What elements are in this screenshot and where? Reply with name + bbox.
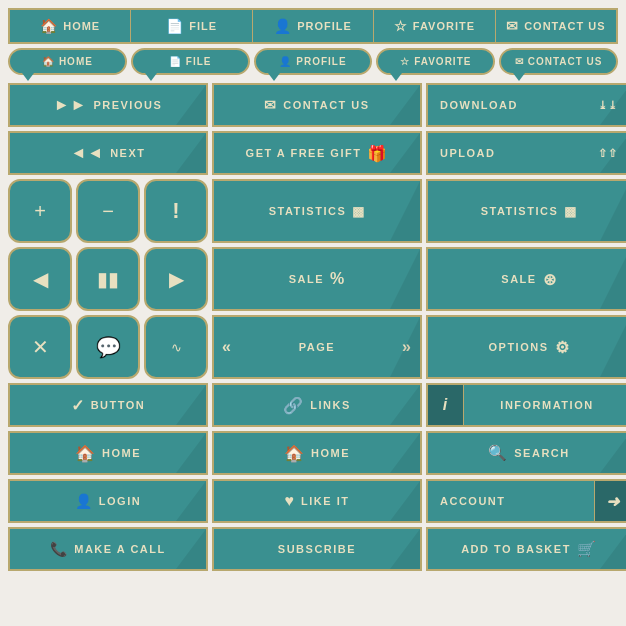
double-arrow-left-icon: ◄◄ bbox=[70, 144, 104, 162]
nav-favorite-label: FAVORITE bbox=[413, 20, 475, 32]
add-button[interactable]: + bbox=[8, 179, 72, 243]
upload-label: UPLOAD bbox=[440, 147, 495, 159]
upload-button[interactable]: UPLOAD ⇧⇧ bbox=[426, 131, 626, 175]
search-label: SEARCH bbox=[514, 447, 569, 459]
remove-button[interactable]: − bbox=[76, 179, 140, 243]
nav-profile-label: PROFILE bbox=[297, 20, 352, 32]
user-icon: 👤 bbox=[75, 493, 93, 509]
button-grid: ►► PREVIOUS ✉ CONTACT US DOWNLOAD ⤓⤓ ◄◄ … bbox=[8, 83, 618, 571]
make-call-label: MAKE A CALL bbox=[74, 543, 165, 555]
close-icon: ✕ bbox=[32, 335, 49, 359]
nav-favorite[interactable]: ☆ FAVORITE bbox=[374, 10, 495, 42]
chart-icon: ▩ bbox=[352, 204, 365, 219]
bubble-favorite[interactable]: ☆ FAVORITE bbox=[376, 48, 495, 75]
rewind-icon: ◀ bbox=[33, 267, 48, 291]
profile-bubble-icon: 👤 bbox=[279, 56, 292, 67]
options-label: OPTIONS bbox=[488, 341, 548, 353]
sale-button-right[interactable]: SALE ⊛ bbox=[426, 247, 626, 311]
home-button[interactable]: 🏠 HOME bbox=[8, 431, 208, 475]
login-button[interactable]: 👤 LOGIN bbox=[8, 479, 208, 523]
percent-badge-icon: ⊛ bbox=[543, 270, 557, 289]
statistics-button-right[interactable]: STATISTICS ▩ bbox=[426, 179, 626, 243]
link-icon: 🔗 bbox=[283, 396, 304, 415]
chevron-right-icon: » bbox=[402, 338, 412, 356]
checkmark-icon: ✓ bbox=[71, 396, 85, 415]
home3-icon: 🏠 bbox=[284, 444, 305, 463]
percent-icon: % bbox=[330, 270, 345, 288]
button-label: BUTTON bbox=[91, 399, 146, 411]
exclamation-icon: ! bbox=[172, 198, 179, 224]
information-button[interactable]: i INFORMATION bbox=[426, 383, 626, 427]
bubble-contact-label: CONTACT US bbox=[528, 56, 603, 67]
contact-us-button[interactable]: ✉ CONTACT US bbox=[212, 83, 422, 127]
bubble-file[interactable]: 📄 FILE bbox=[131, 48, 250, 75]
nav-home-label: HOME bbox=[63, 20, 100, 32]
upload-icon: ⇧⇧ bbox=[598, 147, 618, 160]
arrow-right-icon: ➜ bbox=[594, 481, 626, 521]
envelope-bubble-icon: ✉ bbox=[515, 56, 524, 67]
star-bubble-icon: ☆ bbox=[400, 56, 410, 67]
like-it-button[interactable]: ♥ LIKE IT bbox=[212, 479, 422, 523]
search-button[interactable]: 🔍 SEARCH bbox=[426, 431, 626, 475]
get-free-gift-label: GET A FREE GIFT bbox=[246, 147, 362, 159]
rss-button[interactable]: ∿ bbox=[144, 315, 208, 379]
download-label: DOWNLOAD bbox=[440, 99, 518, 111]
nav-contact[interactable]: ✉ CONTACT US bbox=[496, 10, 616, 42]
bubble-contact[interactable]: ✉ CONTACT US bbox=[499, 48, 618, 75]
home-bubble-icon: 🏠 bbox=[42, 56, 55, 67]
sale-label-r: SALE bbox=[501, 273, 536, 285]
gift-icon: 🎁 bbox=[367, 144, 388, 163]
chat-button[interactable]: 💬 bbox=[76, 315, 140, 379]
chat-icon: 💬 bbox=[96, 335, 121, 359]
bubble-home-label: HOME bbox=[59, 56, 93, 67]
links-button[interactable]: 🔗 LINKS bbox=[212, 383, 422, 427]
plus-icon: + bbox=[34, 200, 46, 223]
sale-button[interactable]: SALE % bbox=[212, 247, 422, 311]
nav-profile[interactable]: 👤 PROFILE bbox=[253, 10, 374, 42]
page-label: PAGE bbox=[299, 341, 335, 353]
statistics-button[interactable]: STATISTICS ▩ bbox=[212, 179, 422, 243]
next-button[interactable]: ◄◄ NEXT bbox=[8, 131, 208, 175]
search-icon: 🔍 bbox=[488, 444, 508, 462]
pause-button[interactable]: ▮▮ bbox=[76, 247, 140, 311]
home-icon: 🏠 bbox=[40, 18, 58, 34]
add-to-basket-button[interactable]: ADD TO BASKET 🛒 bbox=[426, 527, 626, 571]
media-icon-grid: + − ! ◀ ▮▮ ▶ ✕ 💬 ∿ bbox=[8, 179, 208, 379]
login-label: LOGIN bbox=[99, 495, 141, 507]
minus-icon: − bbox=[102, 200, 114, 223]
double-arrow-right-icon: ►► bbox=[54, 96, 88, 114]
phone-icon: 📞 bbox=[50, 541, 68, 557]
rewind-button[interactable]: ◀ bbox=[8, 247, 72, 311]
bubble-favorite-label: FAVORITE bbox=[414, 56, 471, 67]
previous-button[interactable]: ►► PREVIOUS bbox=[8, 83, 208, 127]
nav-bar-primary: 🏠 HOME 📄 FILE 👤 PROFILE ☆ FAVORITE ✉ CON… bbox=[8, 8, 618, 44]
home-col2-button[interactable]: 🏠 HOME bbox=[212, 431, 422, 475]
download-button[interactable]: DOWNLOAD ⤓⤓ bbox=[426, 83, 626, 127]
information-label: INFORMATION bbox=[500, 399, 593, 411]
nav-file-label: FILE bbox=[189, 20, 217, 32]
subscribe-button[interactable]: SUBSCRIBE bbox=[212, 527, 422, 571]
bubble-profile[interactable]: 👤 PROFILE bbox=[254, 48, 373, 75]
download-icon: ⤓⤓ bbox=[598, 99, 618, 112]
basket-icon: 🛒 bbox=[577, 540, 597, 558]
bar-chart-icon: ▩ bbox=[564, 204, 577, 219]
contact-us-label: CONTACT US bbox=[283, 99, 369, 111]
nav-home[interactable]: 🏠 HOME bbox=[10, 10, 131, 42]
statistics-label: STATISTICS bbox=[269, 205, 347, 217]
account-button[interactable]: ACCOUNT ➜ bbox=[426, 479, 626, 523]
account-label: ACCOUNT bbox=[440, 495, 506, 507]
get-free-gift-button[interactable]: GET A FREE GIFT 🎁 bbox=[212, 131, 422, 175]
nav-file[interactable]: 📄 FILE bbox=[131, 10, 252, 42]
bubble-profile-label: PROFILE bbox=[296, 56, 346, 67]
button-btn[interactable]: ✓ BUTTON bbox=[8, 383, 208, 427]
nav-contact-label: CONTACT US bbox=[524, 20, 605, 32]
next-label: NEXT bbox=[110, 147, 145, 159]
page-nav-button[interactable]: « PAGE » bbox=[212, 315, 422, 379]
options-button[interactable]: OPTIONS ⚙ bbox=[426, 315, 626, 379]
play-button[interactable]: ▶ bbox=[144, 247, 208, 311]
bubble-home[interactable]: 🏠 HOME bbox=[8, 48, 127, 75]
chevron-left-icon: « bbox=[222, 338, 232, 356]
alert-button[interactable]: ! bbox=[144, 179, 208, 243]
make-call-button[interactable]: 📞 MAKE A CALL bbox=[8, 527, 208, 571]
close-button[interactable]: ✕ bbox=[8, 315, 72, 379]
